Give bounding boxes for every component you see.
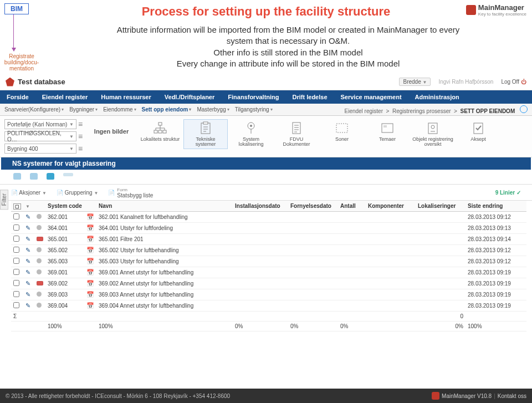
filter-portfolio[interactable]: Portefølje (Kari Norman)▼ bbox=[4, 119, 76, 129]
nav-service-management[interactable]: Service management bbox=[334, 90, 408, 104]
subnav-item[interactable]: Snarveier(Konfigurere) ▾ bbox=[4, 106, 64, 113]
card-theme[interactable]: Temaer bbox=[365, 119, 410, 149]
col-header[interactable]: Komponenter bbox=[366, 201, 416, 212]
card-obj[interactable]: Objekt registrering oversikt bbox=[411, 119, 455, 149]
filter-building[interactable]: Bygning 400▼ bbox=[4, 144, 76, 154]
subnav-item[interactable]: Bygninger ▾ bbox=[69, 106, 98, 113]
nav-human-ressurser[interactable]: Human ressurser bbox=[94, 90, 158, 104]
form-dropdown[interactable]: 📄 FormStatsbygg liste bbox=[108, 186, 153, 198]
table-row[interactable]: ✎369.001📅369.001 Annet utstyr for luftbe… bbox=[11, 267, 526, 278]
row-checkbox[interactable] bbox=[13, 302, 19, 308]
col-header[interactable] bbox=[84, 201, 96, 212]
actions-dropdown[interactable]: 📄 Aksjoner ▼ bbox=[11, 190, 47, 196]
table-row[interactable]: ✎369.004📅369.004 Annet utstyr for luftbe… bbox=[11, 300, 526, 312]
footer-contact[interactable]: Kontakt oss bbox=[498, 393, 526, 399]
col-header[interactable]: Installasjonsdato bbox=[233, 201, 288, 212]
calendar-icon[interactable]: 📅 bbox=[86, 280, 94, 287]
cell-date: 28.03.2013 09:19 bbox=[466, 289, 526, 300]
bredde-button[interactable]: Bredde ▼ bbox=[399, 78, 431, 86]
row-checkbox[interactable] bbox=[13, 258, 19, 264]
col-header[interactable]: ▼ bbox=[23, 201, 34, 212]
card-zone[interactable]: Soner bbox=[320, 119, 364, 149]
row-checkbox[interactable] bbox=[13, 269, 19, 275]
col-header[interactable]: Antall bbox=[338, 201, 366, 212]
edit-icon[interactable]: ✎ bbox=[25, 258, 30, 264]
table-row[interactable]: ✎362.001📅362.001 Kanalnett for luftbehan… bbox=[11, 212, 526, 223]
sum-row: Σ 0 bbox=[11, 312, 526, 322]
nav-eiendel-register[interactable]: Eiendel register bbox=[35, 90, 95, 104]
col-header[interactable] bbox=[34, 201, 45, 212]
cell-code: 369.004 bbox=[45, 300, 84, 312]
globe-icon[interactable] bbox=[520, 105, 528, 113]
stack-icon[interactable] bbox=[47, 173, 54, 180]
row-checkbox[interactable] bbox=[13, 213, 19, 220]
table-row[interactable]: ✎364.001📅364.001 Utstyr for luftfordelin… bbox=[11, 223, 526, 234]
calendar-icon[interactable]: 📅 bbox=[86, 302, 94, 309]
table-row[interactable]: ✎365.001📅365.001 Filtre 20128.03.2013 09… bbox=[11, 234, 526, 245]
subnav-item[interactable]: Masterbygg ▾ bbox=[197, 106, 229, 113]
subnav-item[interactable]: Sett opp eiendom ▾ bbox=[142, 106, 192, 113]
row-checkbox[interactable] bbox=[13, 247, 19, 253]
edit-icon[interactable]: ✎ bbox=[25, 302, 30, 309]
burger-icon[interactable] bbox=[78, 144, 85, 153]
edit-icon[interactable]: ✎ bbox=[25, 225, 30, 231]
cell-date: 28.03.2013 09:19 bbox=[466, 267, 526, 278]
status-dot bbox=[37, 237, 43, 241]
edit-icon[interactable]: ✎ bbox=[25, 280, 30, 287]
card-tree[interactable]: Lokalitets struktur bbox=[138, 119, 182, 149]
bim-tag: BIM bbox=[4, 3, 29, 14]
card-pin[interactable]: System lokalisering bbox=[229, 119, 273, 149]
nav-forside[interactable]: Forside bbox=[0, 90, 35, 104]
nav-administrasjon[interactable]: Administrasjon bbox=[408, 90, 466, 104]
col-header[interactable]: Siste endring bbox=[466, 201, 526, 212]
edit-icon[interactable]: ✎ bbox=[25, 236, 30, 242]
stack-icon[interactable] bbox=[30, 173, 38, 180]
calendar-icon[interactable]: 📅 bbox=[86, 213, 94, 220]
card-accept[interactable]: Aksept bbox=[456, 119, 500, 149]
action-bar: 📄 Aksjoner ▼ 📄 Gruppering ▼ 📄 FormStatsb… bbox=[0, 184, 532, 201]
table-row[interactable]: ✎369.003📅369.003 Annet utstyr for luftbe… bbox=[11, 289, 526, 300]
stack-icon[interactable] bbox=[13, 173, 21, 180]
nav-finansforvaltning[interactable]: Finansforvaltning bbox=[221, 90, 285, 104]
calendar-icon[interactable]: 📅 bbox=[86, 236, 94, 242]
edit-icon[interactable]: ✎ bbox=[25, 269, 30, 276]
burger-icon[interactable] bbox=[78, 120, 85, 129]
nav-vedl-driftsplaner[interactable]: Vedl./Driftsplaner bbox=[158, 90, 221, 104]
user-name[interactable]: Ingvi Rafn Hafþórsson bbox=[438, 79, 493, 85]
footer-version[interactable]: MainManager V10.8 bbox=[442, 393, 492, 399]
row-checkbox[interactable] bbox=[13, 236, 19, 242]
table-row[interactable]: ✎365.002📅365.002 Utstyr for luftbehandli… bbox=[11, 245, 526, 256]
bar-icon[interactable] bbox=[63, 173, 73, 176]
calendar-icon[interactable]: 📅 bbox=[86, 225, 94, 231]
subnav-item[interactable]: Tilgangstyring ▾ bbox=[235, 106, 273, 113]
col-header[interactable]: Lokaliseringer bbox=[416, 201, 466, 212]
calendar-icon[interactable]: 📅 bbox=[86, 258, 94, 264]
card-doc[interactable]: FDVU Dokumenter bbox=[274, 119, 319, 149]
edit-icon[interactable]: ✎ bbox=[25, 247, 30, 253]
subnav-item[interactable]: Eiendomme ▾ bbox=[103, 106, 136, 113]
row-checkbox[interactable] bbox=[13, 291, 19, 297]
col-header[interactable]: Fornyelsesdato bbox=[288, 201, 338, 212]
doc-icon bbox=[288, 121, 305, 135]
cell-code: 362.001 bbox=[45, 212, 84, 223]
calendar-icon[interactable]: 📅 bbox=[86, 269, 94, 276]
row-checkbox[interactable] bbox=[13, 225, 19, 231]
burger-icon[interactable] bbox=[78, 132, 85, 141]
logoff-link[interactable]: Log Off ⏻ bbox=[501, 79, 526, 85]
col-header[interactable]: System code bbox=[45, 201, 84, 212]
pin-icon bbox=[243, 121, 259, 135]
calendar-icon[interactable]: 📅 bbox=[86, 247, 94, 253]
filter-site[interactable]: POLITIHØGSKOLEN, O…▼ bbox=[4, 131, 76, 141]
nav-drift-ledelse[interactable]: Drift ledelse bbox=[286, 90, 334, 104]
card-clipboard[interactable]: Tekniske systemer bbox=[183, 119, 228, 149]
table-row[interactable]: ✎365.003📅365.003 Utstyr for luftbehandli… bbox=[11, 256, 526, 267]
row-checkbox[interactable] bbox=[13, 280, 19, 286]
col-header[interactable]: Navn bbox=[96, 201, 233, 212]
col-header[interactable]: ▢ bbox=[11, 201, 23, 212]
edit-icon[interactable]: ✎ bbox=[25, 213, 30, 220]
edit-icon[interactable]: ✎ bbox=[25, 291, 30, 298]
calendar-icon[interactable]: 📅 bbox=[86, 291, 94, 298]
table-row[interactable]: ✎369.002📅369.002 Annet utstyr for luftbe… bbox=[11, 278, 526, 289]
filter-sidetab[interactable]: Filter bbox=[0, 190, 8, 210]
grouping-dropdown[interactable]: 📄 Gruppering ▼ bbox=[57, 190, 99, 196]
